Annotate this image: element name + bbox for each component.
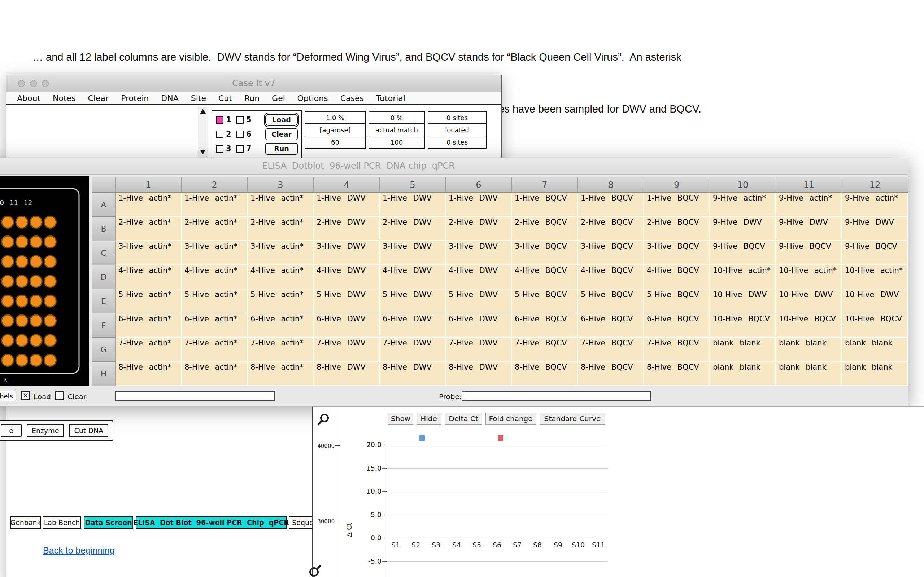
well-cell-B2[interactable]: 2-Hive actin* xyxy=(181,217,247,241)
lane-5-checkbox[interactable] xyxy=(236,116,244,124)
well-cell-B11[interactable]: 9-Hive DWV xyxy=(776,217,842,241)
well-cell-H7[interactable]: 8-Hive BQCV xyxy=(512,362,578,386)
minimize-button[interactable] xyxy=(30,80,37,87)
well-cell-H12[interactable]: blank blank xyxy=(842,362,908,386)
well-cell-F7[interactable]: 6-Hive BQCV xyxy=(512,313,578,338)
load-button[interactable]: Load xyxy=(265,114,298,126)
well-cell-C9[interactable]: 3-Hive BQCV xyxy=(644,241,710,265)
well-cell-C2[interactable]: 3-Hive actin* xyxy=(181,241,247,265)
well-cell-H1[interactable]: 8-Hive actin* xyxy=(115,362,181,386)
well-cell-C8[interactable]: 3-Hive BQCV xyxy=(578,241,644,265)
menu-item-protein[interactable]: Protein xyxy=(121,94,149,103)
clear-checkbox[interactable] xyxy=(55,391,64,400)
readout-0-2[interactable]: 60 xyxy=(305,135,366,148)
well-cell-G7[interactable]: 7-Hive BQCV xyxy=(512,338,578,362)
well-cell-G11[interactable]: blank blank xyxy=(776,338,842,362)
well-cell-F5[interactable]: 6-Hive DWV xyxy=(380,313,446,338)
probe-input[interactable] xyxy=(462,391,651,401)
zoom-icon-bottom[interactable] xyxy=(309,564,321,577)
menu-item-cases[interactable]: Cases xyxy=(340,94,364,103)
well-cell-E8[interactable]: 5-Hive BQCV xyxy=(578,289,644,313)
clear-button[interactable]: Clear xyxy=(265,128,298,140)
well-cell-F6[interactable]: 6-Hive DWV xyxy=(446,313,512,338)
tab-lab[interactable]: Lab Bench xyxy=(43,516,81,529)
well-cell-H5[interactable]: 8-Hive DWV xyxy=(380,362,446,386)
well-cell-B10[interactable]: 9-Hive DWV xyxy=(710,217,776,241)
text-scrollbar[interactable] xyxy=(198,107,208,161)
well-cell-D2[interactable]: 4-Hive actin* xyxy=(181,265,247,289)
well-cell-C5[interactable]: 3-Hive DWV xyxy=(380,241,446,265)
well-cell-E9[interactable]: 5-Hive BQCV xyxy=(644,289,710,313)
labels-button[interactable]: Labels xyxy=(0,390,16,401)
lane-6-checkbox[interactable] xyxy=(236,131,244,138)
well-cell-H11[interactable]: blank blank xyxy=(776,362,842,386)
lane-7-checkbox[interactable] xyxy=(236,145,244,153)
well-cell-A6[interactable]: 1-Hive DWV xyxy=(446,193,512,217)
well-cell-C1[interactable]: 3-Hive actin* xyxy=(115,241,181,265)
fold-change-button[interactable]: Fold change xyxy=(485,413,536,425)
well-cell-D8[interactable]: 4-Hive BQCV xyxy=(578,265,644,289)
well-cell-E5[interactable]: 5-Hive DWV xyxy=(380,289,446,313)
well-cell-B1[interactable]: 2-Hive actin* xyxy=(115,217,181,241)
scroll-down-icon[interactable] xyxy=(200,150,206,154)
menu-item-tutorial[interactable]: Tutorial xyxy=(376,94,405,103)
well-cell-H10[interactable]: blank blank xyxy=(710,362,776,386)
tool-button-e[interactable]: e xyxy=(1,424,22,437)
menu-item-dna[interactable]: DNA xyxy=(161,94,178,103)
well-cell-C7[interactable]: 3-Hive BQCV xyxy=(512,241,578,265)
tab-genbank[interactable]: Genbank xyxy=(10,516,41,529)
well-cell-B4[interactable]: 2-Hive DWV xyxy=(313,217,380,241)
run-button[interactable]: Run xyxy=(265,143,298,155)
well-cell-H6[interactable]: 8-Hive DWV xyxy=(446,362,512,386)
well-cell-A11[interactable]: 9-Hive actin* xyxy=(776,193,842,217)
well-cell-B12[interactable]: 9-Hive DWV xyxy=(842,217,908,241)
tab-elisa[interactable]: ELISA Dot Blot 96-well PCR Chip qPCR xyxy=(136,516,287,529)
menu-item-notes[interactable]: Notes xyxy=(53,94,76,103)
well-cell-D12[interactable]: 10-Hive actin* xyxy=(842,265,908,289)
readout-2-0[interactable]: 0 sites xyxy=(428,111,486,124)
well-cell-E1[interactable]: 5-Hive actin* xyxy=(115,289,181,313)
well-cell-C3[interactable]: 3-Hive actin* xyxy=(247,241,313,265)
well-cell-A3[interactable]: 1-Hive actin* xyxy=(247,193,313,217)
lane-3-checkbox[interactable] xyxy=(216,145,223,153)
well-cell-E2[interactable]: 5-Hive actin* xyxy=(181,289,247,313)
well-cell-G2[interactable]: 7-Hive actin* xyxy=(181,338,247,362)
well-cell-G10[interactable]: blank blank xyxy=(710,338,776,362)
well-cell-C6[interactable]: 3-Hive DWV xyxy=(446,241,512,265)
well-cell-B6[interactable]: 2-Hive DWV xyxy=(446,217,512,241)
well-cell-F11[interactable]: 10-Hive BQCV xyxy=(776,313,842,338)
well-cell-B8[interactable]: 2-Hive BQCV xyxy=(578,217,644,241)
menu-item-clear[interactable]: Clear xyxy=(88,94,109,103)
well-cell-F4[interactable]: 6-Hive DWV xyxy=(313,313,380,338)
well-cell-B9[interactable]: 2-Hive BQCV xyxy=(644,217,710,241)
well-cell-G12[interactable]: blank blank xyxy=(842,338,908,362)
well-cell-F9[interactable]: 6-Hive BQCV xyxy=(644,313,710,338)
well-cell-B7[interactable]: 2-Hive BQCV xyxy=(512,217,578,241)
menu-item-options[interactable]: Options xyxy=(297,94,328,103)
well-cell-E12[interactable]: 10-Hive DWV xyxy=(842,289,908,313)
load-checkbox[interactable] xyxy=(21,391,30,400)
well-cell-G6[interactable]: 7-Hive DWV xyxy=(446,338,512,362)
tool-button-enzyme[interactable]: Enzyme xyxy=(27,424,64,437)
well-cell-A2[interactable]: 1-Hive actin* xyxy=(181,193,247,217)
readout-1-0[interactable]: 0 % xyxy=(368,111,425,124)
well-cell-G3[interactable]: 7-Hive actin* xyxy=(247,338,313,362)
well-cell-D9[interactable]: 4-Hive BQCV xyxy=(644,265,710,289)
well-cell-C11[interactable]: 9-Hive BQCV xyxy=(776,241,842,265)
well-cell-D10[interactable]: 10-Hive actin* xyxy=(710,265,776,289)
back-to-beginning-link[interactable]: Back to beginning xyxy=(43,545,115,556)
well-cell-D7[interactable]: 4-Hive BQCV xyxy=(512,265,578,289)
well-cell-E10[interactable]: 10-Hive DWV xyxy=(710,289,776,313)
well-cell-C10[interactable]: 9-Hive BQCV xyxy=(710,241,776,265)
sample-label-input[interactable] xyxy=(115,391,275,401)
well-cell-E11[interactable]: 10-Hive DWV xyxy=(776,289,842,313)
well-cell-C12[interactable]: 9-Hive BQCV xyxy=(842,241,908,265)
tool-button-cut-dna[interactable]: Cut DNA xyxy=(69,424,108,437)
menu-item-cut[interactable]: Cut xyxy=(218,94,232,103)
well-cell-E7[interactable]: 5-Hive BQCV xyxy=(512,289,578,313)
zoom-window-button[interactable] xyxy=(42,80,49,87)
well-cell-D1[interactable]: 4-Hive actin* xyxy=(115,265,181,289)
well-cell-B3[interactable]: 2-Hive actin* xyxy=(247,217,313,241)
well-cell-F10[interactable]: 10-Hive BQCV xyxy=(710,313,776,338)
well-cell-A8[interactable]: 1-Hive BQCV xyxy=(578,193,644,217)
